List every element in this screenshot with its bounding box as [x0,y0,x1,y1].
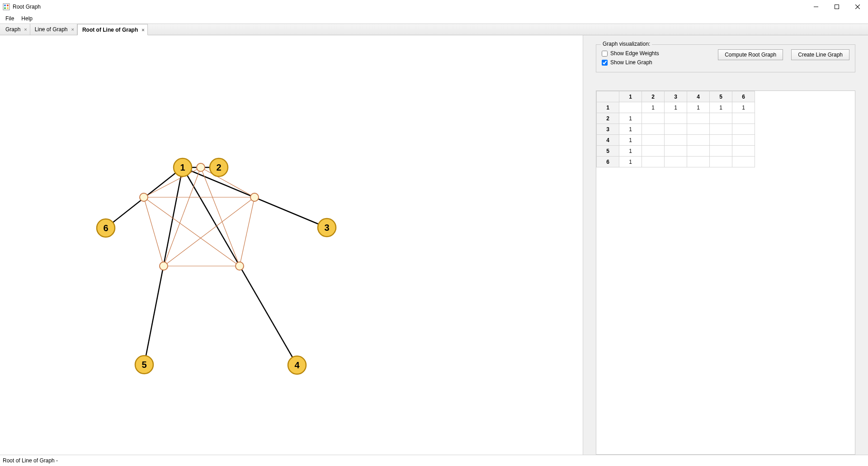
cell[interactable] [642,113,665,124]
app-icon [3,3,10,10]
checkbox-input[interactable] [602,60,608,66]
adjacency-table-wrap[interactable]: 1234561111112131415161 [596,90,855,455]
titlebar: Root Graph [0,0,868,14]
line-graph-node[interactable] [160,262,168,270]
column-header[interactable]: 2 [642,91,665,102]
maximize-button[interactable] [826,0,847,14]
line-graph-node[interactable] [197,163,205,171]
line-graph-edge[interactable] [201,167,240,266]
cell[interactable] [642,135,665,146]
column-header[interactable]: 1 [619,91,642,102]
cell[interactable]: 1 [619,124,642,135]
row-header[interactable]: 3 [597,124,619,135]
line-graph-node[interactable] [236,262,244,270]
checkbox-show-line-graph[interactable]: Show Line Graph [602,59,659,66]
line-graph-node[interactable] [140,193,148,201]
line-graph-node[interactable] [250,193,259,201]
cell[interactable] [710,113,732,124]
row-header[interactable]: 2 [597,113,619,124]
line-graph-edge[interactable] [240,197,255,266]
line-graph-edge[interactable] [144,167,201,197]
tab-graph[interactable]: Graph × [1,24,30,35]
menu-help[interactable]: Help [18,14,36,23]
cell[interactable]: 1 [619,157,642,167]
svg-rect-0 [3,4,9,10]
table-row: 21 [597,113,755,124]
cell[interactable] [732,135,755,146]
cell[interactable] [732,113,755,124]
cell[interactable] [687,146,710,157]
row-header[interactable]: 1 [597,102,619,113]
cell[interactable] [687,157,710,167]
cell[interactable]: 1 [642,102,665,113]
checkbox-label: Show Edge Weights [610,50,659,57]
close-icon[interactable]: × [71,27,74,32]
cell[interactable]: 1 [619,146,642,157]
column-header[interactable]: 3 [665,91,687,102]
line-graph-edge[interactable] [164,197,255,266]
tab-root-of-line-of-graph[interactable]: Root of Line of Graph × [77,24,148,35]
cell[interactable] [687,124,710,135]
cell[interactable] [642,124,665,135]
line-graph-edge[interactable] [201,167,255,197]
row-header[interactable]: 6 [597,157,619,167]
cell[interactable] [642,157,665,167]
cell[interactable] [665,157,687,167]
status-text: Root of Line of Graph - [3,457,58,464]
cell[interactable] [732,157,755,167]
column-header[interactable]: 4 [687,91,710,102]
cell[interactable] [732,124,755,135]
cell[interactable]: 1 [687,102,710,113]
close-icon[interactable]: × [24,27,27,32]
svg-point-2 [7,5,9,6]
checkbox-input[interactable] [602,51,608,57]
cell[interactable] [687,113,710,124]
cell[interactable] [665,124,687,135]
side-pane: Graph visualization: Show Edge Weights S… [583,35,868,455]
close-button[interactable] [847,0,868,14]
visualization-legend: Graph visualization: [601,41,652,47]
cell[interactable]: 1 [710,102,732,113]
cell[interactable]: 1 [665,102,687,113]
line-graph-edge[interactable] [144,197,164,266]
cell[interactable]: 1 [732,102,755,113]
table-row: 41 [597,135,755,146]
table-row: 111111 [597,102,755,113]
column-header[interactable]: 5 [710,91,732,102]
cell[interactable] [687,135,710,146]
line-graph-edge[interactable] [144,197,240,266]
cell[interactable] [710,146,732,157]
graph-canvas[interactable]: 123456 [0,35,583,455]
table-row: 31 [597,124,755,135]
canvas-pane[interactable]: 123456 [0,35,583,455]
checkbox-show-edge-weights[interactable]: Show Edge Weights [602,50,659,57]
cell[interactable] [732,146,755,157]
create-line-button[interactable]: Create Line Graph [791,49,849,60]
menu-file[interactable]: File [2,14,18,23]
line-graph-edge[interactable] [164,167,201,266]
cell[interactable] [642,146,665,157]
visualization-group: Graph visualization: Show Edge Weights S… [596,44,855,72]
tab-line-of-graph[interactable]: Line of Graph × [30,24,77,35]
cell[interactable] [710,124,732,135]
row-header[interactable]: 5 [597,146,619,157]
cell[interactable] [710,135,732,146]
minimize-button[interactable] [806,0,826,14]
svg-point-4 [7,7,9,9]
graph-node-label: 3 [324,223,329,233]
graph-node-label: 1 [180,162,185,172]
cell[interactable] [619,102,642,113]
compute-root-button[interactable]: Compute Root Graph [718,49,783,60]
close-icon[interactable]: × [142,27,144,33]
cell[interactable] [710,157,732,167]
cell[interactable]: 1 [619,113,642,124]
graph-node-label: 6 [103,223,108,233]
cell[interactable]: 1 [619,135,642,146]
row-header[interactable]: 4 [597,135,619,146]
tab-label: Graph [5,26,20,33]
cell[interactable] [665,113,687,124]
cell[interactable] [665,146,687,157]
graph-node-label: 4 [294,360,300,370]
column-header[interactable]: 6 [732,91,755,102]
cell[interactable] [665,135,687,146]
